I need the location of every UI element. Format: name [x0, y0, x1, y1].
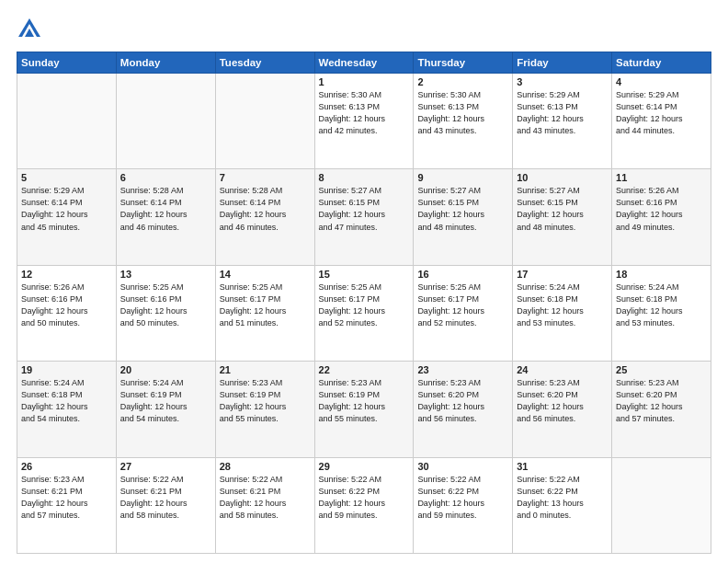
day-number-26: 26 — [21, 461, 112, 472]
day-number-17: 17 — [517, 269, 608, 280]
day-info-13: Sunrise: 5:25 AM Sunset: 6:16 PM Dayligh… — [120, 282, 211, 329]
day-info-18: Sunrise: 5:24 AM Sunset: 6:18 PM Dayligh… — [616, 282, 707, 329]
day-info-22: Sunrise: 5:23 AM Sunset: 6:19 PM Dayligh… — [319, 377, 410, 425]
day-info-30: Sunrise: 5:22 AM Sunset: 6:22 PM Dayligh… — [417, 474, 508, 522]
calendar-cell-1-6: 3Sunrise: 5:29 AM Sunset: 6:13 PM Daylig… — [513, 74, 612, 169]
calendar-cell-5-2: 27Sunrise: 5:22 AM Sunset: 6:21 PM Dayli… — [116, 457, 215, 553]
calendar-cell-3-6: 17Sunrise: 5:24 AM Sunset: 6:18 PM Dayli… — [513, 265, 612, 361]
day-number-16: 16 — [417, 269, 508, 280]
day-number-7: 7 — [220, 172, 311, 183]
day-info-17: Sunrise: 5:24 AM Sunset: 6:18 PM Dayligh… — [517, 282, 608, 329]
calendar-cell-4-3: 21Sunrise: 5:23 AM Sunset: 6:19 PM Dayli… — [215, 362, 314, 457]
calendar-cell-4-2: 20Sunrise: 5:24 AM Sunset: 6:19 PM Dayli… — [116, 362, 215, 457]
day-info-4: Sunrise: 5:29 AM Sunset: 6:14 PM Dayligh… — [616, 89, 707, 137]
day-number-4: 4 — [616, 76, 707, 87]
day-info-12: Sunrise: 5:26 AM Sunset: 6:16 PM Dayligh… — [21, 282, 112, 329]
day-number-22: 22 — [319, 364, 410, 375]
day-info-23: Sunrise: 5:23 AM Sunset: 6:20 PM Dayligh… — [417, 377, 508, 425]
calendar-cell-2-3: 7Sunrise: 5:28 AM Sunset: 6:14 PM Daylig… — [215, 169, 314, 265]
day-number-25: 25 — [616, 364, 707, 375]
day-number-5: 5 — [21, 172, 112, 183]
day-number-31: 31 — [517, 461, 608, 472]
calendar-cell-2-1: 5Sunrise: 5:29 AM Sunset: 6:14 PM Daylig… — [17, 169, 117, 265]
calendar: Sunday Monday Tuesday Wednesday Thursday… — [17, 52, 711, 554]
page: Sunday Monday Tuesday Wednesday Thursday… — [0, 0, 728, 563]
day-info-26: Sunrise: 5:23 AM Sunset: 6:21 PM Dayligh… — [21, 474, 112, 522]
day-info-11: Sunrise: 5:26 AM Sunset: 6:16 PM Dayligh… — [616, 185, 707, 233]
day-info-2: Sunrise: 5:30 AM Sunset: 6:13 PM Dayligh… — [417, 89, 508, 137]
calendar-cell-5-7 — [612, 457, 711, 553]
calendar-cell-2-6: 10Sunrise: 5:27 AM Sunset: 6:15 PM Dayli… — [513, 169, 612, 265]
calendar-cell-1-4: 1Sunrise: 5:30 AM Sunset: 6:13 PM Daylig… — [314, 74, 414, 169]
day-number-30: 30 — [417, 461, 508, 472]
col-wednesday: Wednesday — [314, 52, 414, 74]
day-info-9: Sunrise: 5:27 AM Sunset: 6:15 PM Dayligh… — [417, 185, 508, 233]
calendar-cell-3-2: 13Sunrise: 5:25 AM Sunset: 6:16 PM Dayli… — [116, 265, 215, 361]
day-number-11: 11 — [616, 172, 707, 183]
calendar-cell-4-4: 22Sunrise: 5:23 AM Sunset: 6:19 PM Dayli… — [314, 362, 414, 457]
calendar-cell-1-3 — [215, 74, 314, 169]
day-number-3: 3 — [517, 76, 608, 87]
day-number-10: 10 — [517, 172, 608, 183]
calendar-cell-4-5: 23Sunrise: 5:23 AM Sunset: 6:20 PM Dayli… — [414, 362, 513, 457]
calendar-cell-5-6: 31Sunrise: 5:22 AM Sunset: 6:22 PM Dayli… — [513, 457, 612, 553]
calendar-cell-4-7: 25Sunrise: 5:23 AM Sunset: 6:20 PM Dayli… — [612, 362, 711, 457]
day-number-2: 2 — [417, 76, 508, 87]
day-number-20: 20 — [120, 364, 211, 375]
day-info-8: Sunrise: 5:27 AM Sunset: 6:15 PM Dayligh… — [319, 185, 410, 233]
day-info-20: Sunrise: 5:24 AM Sunset: 6:19 PM Dayligh… — [120, 377, 211, 425]
col-monday: Monday — [116, 52, 215, 74]
day-info-16: Sunrise: 5:25 AM Sunset: 6:17 PM Dayligh… — [417, 282, 508, 329]
calendar-cell-2-2: 6Sunrise: 5:28 AM Sunset: 6:14 PM Daylig… — [116, 169, 215, 265]
col-friday: Friday — [513, 52, 612, 74]
calendar-cell-3-7: 18Sunrise: 5:24 AM Sunset: 6:18 PM Dayli… — [612, 265, 711, 361]
day-number-23: 23 — [417, 364, 508, 375]
day-number-28: 28 — [220, 461, 311, 472]
day-number-8: 8 — [319, 172, 410, 183]
day-info-5: Sunrise: 5:29 AM Sunset: 6:14 PM Dayligh… — [21, 185, 112, 233]
calendar-cell-3-4: 15Sunrise: 5:25 AM Sunset: 6:17 PM Dayli… — [314, 265, 414, 361]
weekday-header-row: Sunday Monday Tuesday Wednesday Thursday… — [17, 52, 711, 74]
day-info-14: Sunrise: 5:25 AM Sunset: 6:17 PM Dayligh… — [220, 282, 311, 329]
calendar-cell-2-4: 8Sunrise: 5:27 AM Sunset: 6:15 PM Daylig… — [314, 169, 414, 265]
day-info-28: Sunrise: 5:22 AM Sunset: 6:21 PM Dayligh… — [220, 474, 311, 522]
calendar-cell-3-5: 16Sunrise: 5:25 AM Sunset: 6:17 PM Dayli… — [414, 265, 513, 361]
calendar-cell-1-2 — [116, 74, 215, 169]
day-number-1: 1 — [319, 76, 410, 87]
col-thursday: Thursday — [414, 52, 513, 74]
day-info-6: Sunrise: 5:28 AM Sunset: 6:14 PM Dayligh… — [120, 185, 211, 233]
calendar-cell-4-1: 19Sunrise: 5:24 AM Sunset: 6:18 PM Dayli… — [17, 362, 117, 457]
logo-icon — [17, 17, 42, 42]
calendar-cell-5-5: 30Sunrise: 5:22 AM Sunset: 6:22 PM Dayli… — [414, 457, 513, 553]
day-number-9: 9 — [417, 172, 508, 183]
day-info-31: Sunrise: 5:22 AM Sunset: 6:22 PM Dayligh… — [517, 474, 608, 522]
day-number-21: 21 — [220, 364, 311, 375]
calendar-cell-2-7: 11Sunrise: 5:26 AM Sunset: 6:16 PM Dayli… — [612, 169, 711, 265]
calendar-cell-3-1: 12Sunrise: 5:26 AM Sunset: 6:16 PM Dayli… — [17, 265, 117, 361]
day-number-29: 29 — [319, 461, 410, 472]
day-number-18: 18 — [616, 269, 707, 280]
day-number-24: 24 — [517, 364, 608, 375]
day-number-13: 13 — [120, 269, 211, 280]
calendar-cell-5-4: 29Sunrise: 5:22 AM Sunset: 6:22 PM Dayli… — [314, 457, 414, 553]
day-number-12: 12 — [21, 269, 112, 280]
week-row-1: 1Sunrise: 5:30 AM Sunset: 6:13 PM Daylig… — [17, 74, 711, 169]
col-saturday: Saturday — [612, 52, 711, 74]
calendar-cell-2-5: 9Sunrise: 5:27 AM Sunset: 6:15 PM Daylig… — [414, 169, 513, 265]
day-info-7: Sunrise: 5:28 AM Sunset: 6:14 PM Dayligh… — [220, 185, 311, 233]
day-info-15: Sunrise: 5:25 AM Sunset: 6:17 PM Dayligh… — [319, 282, 410, 329]
calendar-cell-1-1 — [17, 74, 117, 169]
calendar-cell-5-3: 28Sunrise: 5:22 AM Sunset: 6:21 PM Dayli… — [215, 457, 314, 553]
day-number-19: 19 — [21, 364, 112, 375]
logo — [17, 17, 46, 42]
week-row-5: 26Sunrise: 5:23 AM Sunset: 6:21 PM Dayli… — [17, 457, 711, 553]
day-info-27: Sunrise: 5:22 AM Sunset: 6:21 PM Dayligh… — [120, 474, 211, 522]
day-info-25: Sunrise: 5:23 AM Sunset: 6:20 PM Dayligh… — [616, 377, 707, 425]
week-row-4: 19Sunrise: 5:24 AM Sunset: 6:18 PM Dayli… — [17, 362, 711, 457]
day-info-10: Sunrise: 5:27 AM Sunset: 6:15 PM Dayligh… — [517, 185, 608, 233]
col-tuesday: Tuesday — [215, 52, 314, 74]
day-number-6: 6 — [120, 172, 211, 183]
day-number-15: 15 — [319, 269, 410, 280]
day-info-3: Sunrise: 5:29 AM Sunset: 6:13 PM Dayligh… — [517, 89, 608, 137]
week-row-2: 5Sunrise: 5:29 AM Sunset: 6:14 PM Daylig… — [17, 169, 711, 265]
